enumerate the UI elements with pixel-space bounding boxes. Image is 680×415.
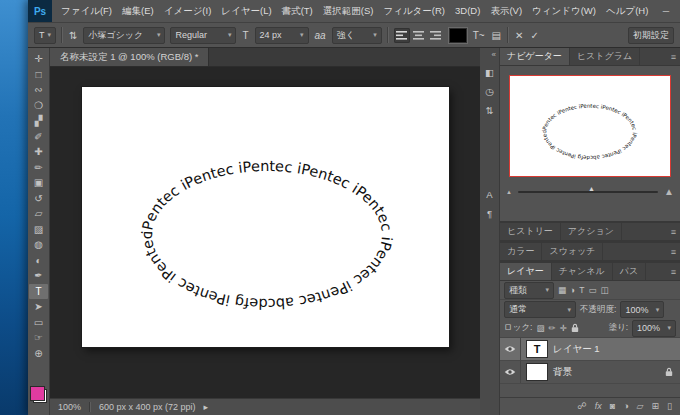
delete-layer-button[interactable]: ▯ [667,398,672,415]
tab-color[interactable]: カラー [500,243,542,260]
align-center-button[interactable] [411,28,427,43]
brush-tool-button[interactable]: ✏ [29,160,48,176]
blend-mode-select[interactable]: 通常 ▾ [504,301,576,318]
lock-pixels-icon[interactable]: ✏ [549,323,556,333]
eraser-tool-button[interactable]: ▱ [29,206,48,222]
menu-file[interactable]: ファイル(F) [56,0,117,22]
panel-menu-icon[interactable]: ≡ [667,48,680,65]
layer-row-background[interactable]: 背景 [500,361,680,384]
quick-selection-tool-button[interactable]: ❍ [29,98,48,114]
add-mask-button[interactable]: ◙ [610,398,615,415]
zoom-slider[interactable]: ▲ [518,191,658,193]
opacity-input[interactable]: 100% ▾ [620,301,664,318]
menu-help[interactable]: ヘルプ(H) [601,0,653,22]
canvas[interactable]: iPentec iPentec iPentec iPentec iPentec … [82,87,449,347]
move-tool-button[interactable]: ✛ [29,51,48,67]
tab-paths[interactable]: パス [613,263,646,280]
history-brush-tool-button[interactable]: ↺ [29,191,48,207]
tab-layers[interactable]: レイヤー [500,263,552,280]
navigator-proxy-view[interactable]: iPentec iPentec iPentec iPentec iPentec … [509,75,671,177]
spot-healing-tool-button[interactable]: ✚ [29,144,48,160]
crop-tool-button[interactable]: ▞ [29,113,48,129]
menu-layer[interactable]: レイヤー(L) [216,0,276,22]
filter-type-icon[interactable]: T [579,285,584,295]
text-orientation-toggle-button[interactable]: ⇅ [68,30,78,41]
layer-kind-filter-select[interactable]: 種類 ▾ [504,282,554,299]
layer-name[interactable]: レイヤー 1 [553,343,600,356]
tab-histogram[interactable]: ヒストグラム [570,48,640,65]
expand-dock-button[interactable]: « [492,50,499,59]
panel-menu-icon[interactable]: ≡ [667,243,680,260]
menu-select[interactable]: 選択範囲(S) [318,0,379,22]
new-layer-button[interactable]: ⊞ [652,398,660,415]
lasso-tool-button[interactable]: ∾ [29,82,48,98]
warp-text-button[interactable]: T~ [472,30,486,41]
tab-navigator[interactable]: ナビゲーター [500,48,570,65]
workspace-switcher[interactable]: 初期設定 [628,27,674,44]
dodge-tool-button[interactable]: ◐ [29,253,48,269]
visibility-toggle[interactable] [500,338,521,360]
fill-input[interactable]: 100% ▾ [632,320,676,337]
marquee-tool-button[interactable]: □ [29,67,48,83]
toggle-panels-button[interactable]: ▤ [491,30,502,41]
tab-channels[interactable]: チャンネル [552,263,613,280]
filter-smart-object-icon[interactable]: ◫ [600,285,608,295]
character-panel-icon[interactable]: A [486,190,492,200]
layer-thumbnail[interactable]: T [527,341,547,357]
blur-tool-button[interactable]: ◍ [29,237,48,253]
zoom-slider-thumb[interactable]: ▲ [588,185,595,192]
commit-edit-button[interactable]: ✓ [529,30,539,41]
anti-alias-select[interactable]: 強く ▾ [332,27,382,44]
lock-all-icon[interactable] [571,323,579,333]
align-left-button[interactable] [394,28,410,43]
eyedropper-tool-button[interactable]: ✐ [29,129,48,145]
layer-thumbnail[interactable] [527,364,547,380]
filter-shape-icon[interactable]: ▭ [588,285,596,295]
type-tool-button[interactable]: T [29,284,48,300]
filter-pixel-icon[interactable]: ▦ [558,285,566,295]
tab-actions[interactable]: アクション [561,223,622,240]
menu-view[interactable]: 表示(V) [485,0,527,22]
menu-edit[interactable]: 編集(E) [117,0,159,22]
menu-3d[interactable]: 3D(D) [450,0,485,22]
menu-type[interactable]: 書式(T) [277,0,318,22]
info-panel-icon[interactable]: ◷ [485,87,493,97]
tab-history[interactable]: ヒストリー [500,223,561,240]
filter-adjustment-icon[interactable]: ◑ [570,285,575,295]
zoom-in-icon[interactable]: ▲ [664,186,674,197]
path-selection-tool-button[interactable]: ➤ [29,299,48,315]
menu-window[interactable]: ウィンドウ(W) [527,0,601,22]
foreground-color-swatch[interactable] [30,386,45,401]
menu-filter[interactable]: フィルター(R) [378,0,450,22]
zoom-out-icon[interactable]: ▲ [506,189,512,195]
paragraph-panel-icon[interactable]: ¶ [487,209,492,219]
panel-menu-icon[interactable]: ≡ [667,263,680,280]
status-menu-arrow[interactable]: ▸ [204,402,209,412]
layer-style-button[interactable]: fx [595,398,602,415]
layer-name[interactable]: 背景 [553,366,572,379]
document-tab[interactable]: 名称未設定 1 @ 100% (RGB/8) * [50,48,209,66]
lock-position-icon[interactable]: ✛ [560,323,567,333]
shape-tool-button[interactable]: ▭ [29,315,48,331]
libraries-panel-icon[interactable]: ⇅ [486,106,494,116]
panel-menu-icon[interactable]: ≡ [667,223,680,240]
tab-swatches[interactable]: スウォッチ [542,243,603,260]
visibility-toggle[interactable] [500,361,521,383]
gradient-tool-button[interactable]: ▨ [29,222,48,238]
align-right-button[interactable] [428,28,444,43]
clone-stamp-tool-button[interactable]: ▣ [29,175,48,191]
tool-preset-dropdown[interactable]: T ▾ [34,27,56,44]
layer-row-text-layer[interactable]: T レイヤー 1 [500,338,680,361]
menu-image[interactable]: イメージ(I) [159,0,217,22]
zoom-level-input[interactable]: 100% [58,402,81,412]
cancel-edit-button[interactable]: ✕ [514,30,524,41]
font-style-select[interactable]: Regular ▾ [170,27,236,44]
zoom-tool-button[interactable]: ⊕ [29,346,48,362]
pen-tool-button[interactable]: ✒ [29,268,48,284]
new-group-button[interactable]: ▱ [637,398,644,415]
lock-transparency-icon[interactable]: ▨ [536,323,544,333]
text-color-swatch[interactable] [449,28,467,43]
properties-panel-icon[interactable]: ◧ [485,68,494,78]
minimize-button[interactable]: ─ [653,0,678,22]
adjustment-layer-button[interactable]: ◑ [623,398,628,415]
